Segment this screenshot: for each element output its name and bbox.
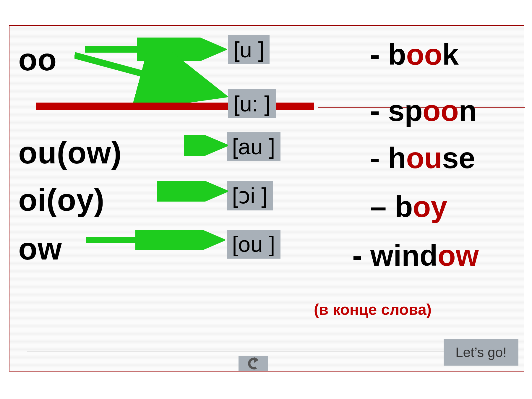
return-button[interactable] — [239, 356, 268, 371]
example-boy: – boy — [370, 190, 447, 224]
word-highlight: oo — [423, 94, 459, 127]
example-window: - window — [352, 239, 479, 273]
example-book: - book — [370, 38, 459, 72]
lets-go-button[interactable]: Let’s go! — [444, 339, 518, 366]
phonetic-au: [au ] — [227, 132, 280, 161]
word-pre: sp — [388, 94, 423, 127]
arrow-icon — [157, 181, 228, 202]
word-highlight: oy — [413, 190, 447, 223]
word-post: se — [442, 141, 475, 174]
phonetic-oi: [ɔi ] — [227, 181, 273, 210]
example-house: - house — [370, 141, 475, 175]
word-pre: h — [388, 141, 406, 174]
word-post: n — [459, 94, 477, 127]
example-spoon: - spoon — [370, 94, 477, 128]
word-highlight: ow — [438, 239, 479, 272]
dash: - — [352, 239, 370, 272]
letters-oo: oo — [18, 42, 57, 77]
word-pre: b — [388, 38, 406, 71]
subnote: (в конце слова) — [314, 301, 432, 318]
phonetic-u-long: [u: ] — [228, 89, 276, 118]
letters-ou-ow: ou(ow) — [18, 135, 122, 171]
return-icon — [244, 357, 262, 370]
word-pre: b — [395, 190, 413, 223]
word-highlight: oo — [406, 38, 442, 71]
letters-ow: ow — [18, 231, 62, 267]
dash: - — [370, 141, 388, 174]
dash: - — [370, 38, 388, 71]
arrow-icon — [184, 135, 228, 156]
word-highlight: ou — [406, 141, 442, 174]
dash: - — [370, 94, 388, 127]
dash: – — [370, 190, 395, 223]
arrow-icon — [86, 230, 225, 250]
word-pre: wind — [370, 239, 438, 272]
slide-frame: oo [u ] [u: ] - book - spoon ou(ow) [au … — [9, 25, 524, 372]
word-post: k — [442, 38, 459, 71]
letters-oi-oy: oi(oy) — [18, 182, 105, 218]
phonetic-u-short: [u ] — [228, 35, 270, 64]
divider — [27, 351, 512, 351]
arrow-icon — [74, 52, 228, 103]
phonetic-ou: [ou ] — [227, 230, 280, 259]
svg-line-1 — [74, 55, 216, 94]
